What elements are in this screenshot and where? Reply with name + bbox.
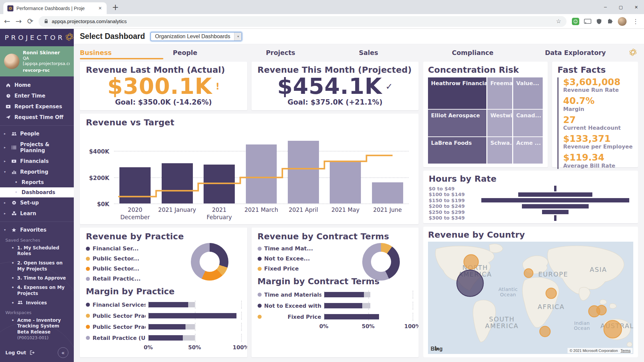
hours-rate-label: $300 to $349 bbox=[429, 215, 472, 221]
window-close-button[interactable]: ✕ bbox=[629, 0, 644, 14]
sidebar-item-reporting[interactable]: ▾Reporting bbox=[0, 167, 74, 177]
chevron-right-icon[interactable]: ▸ bbox=[4, 132, 8, 135]
url-text[interactable]: appqa.projectorpsa.com/analytics bbox=[52, 18, 552, 24]
revenue-bubble[interactable] bbox=[524, 269, 533, 278]
chevron-right-icon[interactable]: ▸ bbox=[4, 145, 8, 149]
user-panel[interactable]: Ronni Skinner QA [appqa.projectorpsa.com… bbox=[0, 46, 74, 76]
sidebar-item-2-open-issues-on-my-projects[interactable]: •2. Open Issues on My Projects bbox=[0, 258, 74, 274]
forward-button[interactable]: → bbox=[15, 18, 21, 25]
sidebar: PROJECTOR Ronni Skinner QA [appqa.projec… bbox=[0, 29, 74, 362]
extension-smiley-icon[interactable]: ☺ bbox=[572, 18, 579, 25]
chevron-down-icon[interactable]: ▾ bbox=[4, 170, 8, 174]
sidebar-item-label: Invoices bbox=[26, 300, 47, 306]
revenue-bubble[interactable] bbox=[597, 305, 606, 315]
sidebar-item-set-up[interactable]: ▸Set-up bbox=[0, 197, 74, 208]
shield-icon[interactable] bbox=[596, 18, 602, 25]
world-map[interactable]: NORTHAMERICAEUROPEASIAAFRICASOUTHAMERICA… bbox=[428, 242, 633, 354]
sidebar-item-people[interactable]: ▸People bbox=[0, 128, 74, 139]
tab-label: People bbox=[173, 49, 197, 56]
chevron-down-icon[interactable]: ▾ bbox=[234, 33, 241, 41]
app-logo[interactable]: PROJECTOR bbox=[0, 29, 74, 46]
revenue-vs-target-card: Revenue vs Target $0K$200K$400K 2020 Dec… bbox=[80, 114, 419, 224]
bullet-icon: • bbox=[15, 180, 17, 185]
sidebar-item-acme-inventory-tracking-system-beta-release[interactable]: •Acme - Inventory Tracking System Beta R… bbox=[0, 316, 74, 343]
revenue-bubble[interactable] bbox=[457, 270, 483, 296]
legend-label: Time and Mat... bbox=[264, 245, 313, 252]
revenue-bubble[interactable] bbox=[540, 326, 550, 337]
bing-logo[interactable]: Bing bbox=[431, 346, 443, 352]
new-tab-button[interactable]: + bbox=[112, 3, 119, 11]
bullet-icon: • bbox=[15, 190, 17, 195]
revenue-bubble[interactable] bbox=[464, 255, 478, 269]
logout-button[interactable]: Log Out bbox=[5, 350, 35, 355]
browser-tab[interactable]: Performance Dashboards | Proje ✕ bbox=[3, 2, 107, 14]
sidebar-item-learn[interactable]: ▸Learn bbox=[0, 208, 74, 219]
tab-label: Business bbox=[80, 49, 112, 56]
sidebar-item-3-time-to-approve[interactable]: •3. Time to Approve bbox=[0, 274, 74, 283]
extensions-puzzle-icon[interactable] bbox=[607, 18, 613, 24]
fast-fact: $3,601,008Revenue Run Rate bbox=[563, 77, 633, 93]
sidebar-item-label: Reports bbox=[21, 179, 44, 185]
treemap-cell-freema[interactable]: Freema... bbox=[487, 77, 512, 109]
treemap-cell-westwi[interactable]: Westwi... bbox=[487, 110, 512, 136]
x-axis-label: 2021 March bbox=[240, 206, 282, 221]
address-bar[interactable]: appqa.projectorpsa.com/analytics ☆ bbox=[39, 16, 567, 27]
sidebar-item-reports[interactable]: •Reports bbox=[0, 177, 74, 187]
map-terms-link[interactable]: Terms bbox=[621, 349, 631, 353]
sidebar-item-financials[interactable]: ▸Financials bbox=[0, 156, 74, 167]
fast-fact-value: $119.34 bbox=[563, 153, 633, 162]
revenue-bubble[interactable] bbox=[604, 320, 622, 338]
margin-bar-primary bbox=[324, 303, 362, 308]
chevron-right-icon[interactable]: ▸ bbox=[4, 159, 8, 163]
legend-label: Fixed Price bbox=[264, 265, 299, 272]
sidebar-item-request-time-off[interactable]: Request Time Off bbox=[0, 112, 74, 123]
chart-title: Hours by Rate bbox=[429, 174, 633, 184]
treemap-cell-schwa[interactable]: Schwa... bbox=[487, 137, 512, 164]
tab-business[interactable]: Business bbox=[80, 44, 173, 61]
sidebar-item-projects-planning[interactable]: ▸Projects & Planning bbox=[0, 139, 74, 156]
sidebar-item-invoices[interactable]: •Invoices bbox=[0, 298, 74, 307]
tab-people[interactable]: People bbox=[173, 44, 266, 61]
treemap-cell-value[interactable]: Value... bbox=[513, 77, 543, 109]
window-minimize-button[interactable]: ─ bbox=[598, 0, 613, 14]
card-title: Fast Facts bbox=[557, 65, 633, 75]
chevron-right-icon[interactable]: ▸ bbox=[4, 212, 8, 215]
sidebar-item-report-expenses[interactable]: Report Expenses bbox=[0, 101, 74, 112]
sidebar-item-favorites[interactable]: ▾Favorites bbox=[0, 225, 74, 235]
tab-close-icon[interactable]: ✕ bbox=[98, 5, 103, 11]
cast-icon[interactable] bbox=[584, 18, 591, 24]
sidebar-item-4-expenses-on-my-projects[interactable]: •4. Expenses on My Projects bbox=[0, 283, 74, 298]
fast-fact: 27Current Headcount bbox=[563, 115, 633, 131]
tab-data-exploratory[interactable]: Data Exploratory bbox=[545, 44, 638, 61]
refresh-button[interactable]: ⟳ bbox=[27, 18, 33, 25]
sidebar-item-enter-time[interactable]: Enter Time bbox=[0, 90, 74, 101]
x-axis-labels: 0%50%100% bbox=[324, 323, 413, 331]
revenue-last-month-goal: Goal: $350.0K (-14.26%) bbox=[86, 98, 241, 108]
dashboard-select[interactable]: Organization Level Dashboards ▾ bbox=[150, 32, 242, 41]
back-button[interactable]: ← bbox=[4, 18, 10, 25]
revenue-bubble[interactable] bbox=[546, 288, 556, 299]
window-maximize-button[interactable]: ▢ bbox=[613, 0, 629, 14]
treemap-cell-canad[interactable]: Canad... bbox=[513, 110, 543, 136]
sidebar-item-label: People bbox=[20, 131, 40, 137]
browser-menu-icon[interactable]: ⋮ bbox=[631, 18, 640, 25]
sidebar-item-label: Dashboards bbox=[21, 189, 55, 195]
tab-sales[interactable]: Sales bbox=[359, 44, 452, 61]
tab-projects[interactable]: Projects bbox=[266, 44, 359, 61]
chevron-right-icon[interactable]: ▸ bbox=[4, 201, 8, 204]
treemap-cell-elliot-aerospace[interactable]: Elliot Aerospace bbox=[428, 110, 486, 136]
browser-profile-avatar[interactable] bbox=[618, 17, 627, 26]
treemap-cell-acme[interactable]: Acme ... bbox=[513, 137, 543, 164]
bookmark-star-icon[interactable]: ☆ bbox=[556, 18, 561, 25]
sidebar-item-home[interactable]: Home bbox=[0, 80, 74, 90]
sidebar-collapse-button[interactable]: « bbox=[58, 347, 68, 358]
treemap-cell-heathrow-financial-g[interactable]: Heathrow Financial G... bbox=[428, 77, 486, 109]
treemap-cell-labrea-foods[interactable]: LaBrea Foods bbox=[428, 137, 486, 164]
sidebar-item-dashboards[interactable]: •Dashboards bbox=[0, 187, 74, 197]
legend-label: Not to Excee... bbox=[264, 255, 310, 262]
chevron-down-icon[interactable]: ▾ bbox=[4, 228, 8, 232]
sidebar-item-1-my-scheduled-roles[interactable]: •1. My Scheduled Roles bbox=[0, 243, 74, 258]
tab-compliance[interactable]: Compliance bbox=[452, 44, 545, 61]
hours-by-rate-chart: $0 to $49$100 to $149$150 to $199$200 to… bbox=[429, 186, 633, 221]
chart-title: Revenue by Country bbox=[428, 230, 633, 240]
